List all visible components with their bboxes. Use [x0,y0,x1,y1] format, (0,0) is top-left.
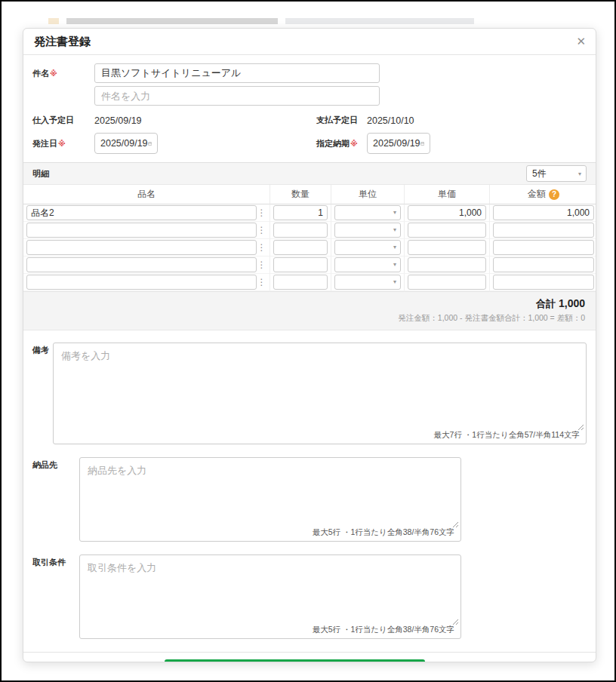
resize-handle-icon[interactable] [452,521,459,528]
payment-date-label: 支払予定日 [316,115,367,126]
dimmed-background-content [48,18,474,25]
help-icon[interactable]: ? [549,189,559,200]
subject-secondary-input[interactable] [94,86,380,106]
amount-input[interactable] [493,257,594,272]
quantity-input[interactable] [273,223,328,238]
unit-price-input[interactable] [408,275,486,290]
required-mark: ※ [350,140,358,148]
purchase-order-registration-dialog: 発注書登録 ✕ 件名※ 仕入予定日 2025/09/19 支払予定日 2025/… [23,28,596,662]
dialog-footer: 登録 キャンセル [23,652,596,662]
subject-row-2 [32,86,587,106]
remarks-section: 備考 最大7行 ・1行当たり全角57/半角114文字 [32,343,587,444]
table-row: ⋮ ▾ [23,204,596,222]
resize-handle-icon[interactable] [452,619,459,625]
remarks-label: 備考 [32,343,53,444]
amount-input[interactable] [493,275,594,290]
unit-select[interactable]: ▾ [334,223,401,238]
transaction-terms-section: 取引条件 最大5行 ・1行当たり全角38/半角76文字 [32,555,587,639]
text-sections: 備考 最大7行 ・1行当たり全角57/半角114文字 納品先 最大5行 ・1行当… [23,330,596,652]
detail-section-bar: 明細 5件 ▾ [23,162,596,185]
table-row: ⋮ ▾ [23,239,596,257]
kebab-menu-icon[interactable]: ⋮ [257,208,266,217]
item-name-input[interactable] [26,240,257,255]
calendar-icon [148,139,152,149]
kebab-menu-icon[interactable]: ⋮ [257,243,266,252]
amount-input[interactable] [493,205,594,220]
item-name-input[interactable] [26,275,257,290]
table-row: ⋮ ▾ [23,222,596,239]
item-name-input[interactable] [26,257,257,272]
total-line: 合計 1,000 [34,297,585,311]
delivery-date-label: 指定納期※ [316,138,367,149]
purchase-date-value: 2025/09/19 [94,115,142,126]
item-name-input[interactable] [26,205,257,220]
quantity-input[interactable] [273,257,328,272]
quantity-input[interactable] [273,275,328,290]
scheduled-dates-row: 仕入予定日 2025/09/19 支払予定日 2025/10/10 [32,115,587,126]
detail-table: 品名 数量 単位 単価 金額 ? ⋮ ▾ ⋮ ▾ ⋮ ▾ [23,185,596,291]
table-row: ⋮ ▾ [23,257,596,274]
subject-row: 件名※ [32,63,587,83]
column-header-unit-price: 単価 [404,185,489,204]
kebab-menu-icon[interactable]: ⋮ [257,226,266,235]
unit-select[interactable]: ▾ [334,275,401,290]
purchase-date-label: 仕入予定日 [32,115,94,126]
delivery-destination-section: 納品先 最大5行 ・1行当たり全角38/半角76文字 [32,457,587,542]
chevron-down-icon: ▾ [393,226,396,233]
kebab-menu-icon[interactable]: ⋮ [257,278,266,287]
total-label: 合計 [536,298,556,309]
submit-button[interactable]: 登録 [165,659,425,663]
dialog-title: 発注書登録 [34,35,91,48]
chevron-down-icon: ▾ [393,244,396,250]
column-header-unit: 単位 [331,185,404,204]
designated-delivery-date-input[interactable]: 2025/09/19 [367,133,430,154]
background-chip [48,18,59,24]
quantity-input[interactable] [273,205,328,220]
background-text-smudge [66,18,278,24]
close-icon[interactable]: ✕ [576,35,586,48]
remarks-textarea[interactable] [53,343,587,444]
subject-label: 件名※ [32,68,94,79]
unit-price-input[interactable] [408,257,486,272]
unit-select[interactable]: ▾ [334,257,401,272]
kebab-menu-icon[interactable]: ⋮ [257,260,266,269]
unit-select[interactable]: ▾ [334,240,401,255]
background-text-smudge [285,18,474,24]
item-name-input[interactable] [26,223,257,238]
column-header-name: 品名 [23,185,270,204]
calendar-icon [420,139,424,149]
chevron-down-icon: ▾ [393,261,396,268]
total-section: 合計 1,000 発注金額：1,000 - 発注書金額合計：1,000 = 差額… [23,291,596,330]
table-header-row: 品名 数量 単位 単価 金額 ? [23,185,596,204]
cancel-button[interactable]: キャンセル [534,662,585,663]
amount-input[interactable] [493,223,594,238]
quantity-input[interactable] [273,240,328,255]
row-count-select[interactable]: 5件 ▾ [526,165,587,182]
required-mark: ※ [50,69,57,78]
resize-handle-icon[interactable] [578,424,584,431]
table-row: ⋮ ▾ [23,274,596,291]
unit-select[interactable]: ▾ [334,205,401,220]
order-date-label: 発注日※ [32,138,94,149]
delivery-destination-label: 納品先 [32,457,79,542]
chevron-down-icon: ▾ [393,209,396,216]
order-date-input[interactable]: 2025/09/19 [94,133,158,154]
transaction-terms-textarea[interactable] [79,555,461,639]
unit-price-input[interactable] [408,223,486,238]
chevron-down-icon: ▾ [578,170,581,177]
form-top-section: 件名※ 仕入予定日 2025/09/19 支払予定日 2025/10/10 発注… [23,55,596,154]
detail-section-label: 明細 [32,168,49,180]
subject-input[interactable] [94,63,380,83]
chevron-down-icon: ▾ [393,278,396,285]
total-value: 1,000 [559,297,585,309]
dialog-header: 発注書登録 ✕ [23,29,596,55]
editable-dates-row: 発注日※ 2025/09/19 指定納期※ 2025/09/19 [32,133,587,154]
unit-price-input[interactable] [408,205,486,220]
required-mark: ※ [58,140,66,148]
column-header-amount: 金額 ? [489,185,596,204]
transaction-terms-label: 取引条件 [32,555,79,639]
delivery-destination-textarea[interactable] [79,457,461,542]
payment-date-value: 2025/10/10 [367,115,414,126]
unit-price-input[interactable] [408,240,486,255]
amount-input[interactable] [493,240,594,255]
